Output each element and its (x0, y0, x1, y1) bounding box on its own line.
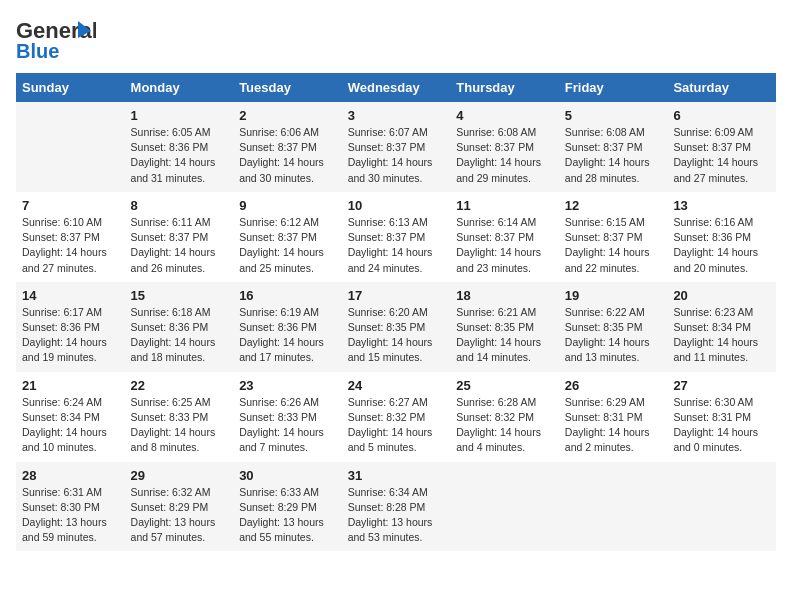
day-number: 25 (456, 378, 553, 393)
day-cell: 18Sunrise: 6:21 AM Sunset: 8:35 PM Dayli… (450, 282, 559, 372)
day-info: Sunrise: 6:07 AM Sunset: 8:37 PM Dayligh… (348, 125, 445, 186)
day-info: Sunrise: 6:17 AM Sunset: 8:36 PM Dayligh… (22, 305, 119, 366)
day-info: Sunrise: 6:08 AM Sunset: 8:37 PM Dayligh… (456, 125, 553, 186)
day-info: Sunrise: 6:12 AM Sunset: 8:37 PM Dayligh… (239, 215, 336, 276)
day-number: 2 (239, 108, 336, 123)
header: GeneralBlue (16, 16, 776, 61)
day-cell (450, 462, 559, 552)
day-cell: 21Sunrise: 6:24 AM Sunset: 8:34 PM Dayli… (16, 372, 125, 462)
header-saturday: Saturday (667, 73, 776, 102)
calendar-table: SundayMondayTuesdayWednesdayThursdayFrid… (16, 73, 776, 551)
day-number: 26 (565, 378, 662, 393)
day-info: Sunrise: 6:14 AM Sunset: 8:37 PM Dayligh… (456, 215, 553, 276)
day-info: Sunrise: 6:05 AM Sunset: 8:36 PM Dayligh… (131, 125, 228, 186)
day-info: Sunrise: 6:22 AM Sunset: 8:35 PM Dayligh… (565, 305, 662, 366)
day-cell: 2Sunrise: 6:06 AM Sunset: 8:37 PM Daylig… (233, 102, 342, 192)
day-number: 3 (348, 108, 445, 123)
header-thursday: Thursday (450, 73, 559, 102)
day-cell: 30Sunrise: 6:33 AM Sunset: 8:29 PM Dayli… (233, 462, 342, 552)
day-number: 7 (22, 198, 119, 213)
day-info: Sunrise: 6:19 AM Sunset: 8:36 PM Dayligh… (239, 305, 336, 366)
day-number: 11 (456, 198, 553, 213)
header-row: SundayMondayTuesdayWednesdayThursdayFrid… (16, 73, 776, 102)
day-cell: 20Sunrise: 6:23 AM Sunset: 8:34 PM Dayli… (667, 282, 776, 372)
week-row-2: 7Sunrise: 6:10 AM Sunset: 8:37 PM Daylig… (16, 192, 776, 282)
day-cell: 23Sunrise: 6:26 AM Sunset: 8:33 PM Dayli… (233, 372, 342, 462)
day-number: 20 (673, 288, 770, 303)
day-cell: 7Sunrise: 6:10 AM Sunset: 8:37 PM Daylig… (16, 192, 125, 282)
day-info: Sunrise: 6:15 AM Sunset: 8:37 PM Dayligh… (565, 215, 662, 276)
day-info: Sunrise: 6:10 AM Sunset: 8:37 PM Dayligh… (22, 215, 119, 276)
day-info: Sunrise: 6:16 AM Sunset: 8:36 PM Dayligh… (673, 215, 770, 276)
day-cell (667, 462, 776, 552)
header-tuesday: Tuesday (233, 73, 342, 102)
day-cell: 11Sunrise: 6:14 AM Sunset: 8:37 PM Dayli… (450, 192, 559, 282)
day-info: Sunrise: 6:21 AM Sunset: 8:35 PM Dayligh… (456, 305, 553, 366)
day-number: 8 (131, 198, 228, 213)
day-cell: 31Sunrise: 6:34 AM Sunset: 8:28 PM Dayli… (342, 462, 451, 552)
day-number: 13 (673, 198, 770, 213)
day-cell (16, 102, 125, 192)
day-cell: 29Sunrise: 6:32 AM Sunset: 8:29 PM Dayli… (125, 462, 234, 552)
week-row-3: 14Sunrise: 6:17 AM Sunset: 8:36 PM Dayli… (16, 282, 776, 372)
day-number: 12 (565, 198, 662, 213)
day-info: Sunrise: 6:30 AM Sunset: 8:31 PM Dayligh… (673, 395, 770, 456)
day-cell: 24Sunrise: 6:27 AM Sunset: 8:32 PM Dayli… (342, 372, 451, 462)
day-cell: 5Sunrise: 6:08 AM Sunset: 8:37 PM Daylig… (559, 102, 668, 192)
day-info: Sunrise: 6:33 AM Sunset: 8:29 PM Dayligh… (239, 485, 336, 546)
day-number: 31 (348, 468, 445, 483)
day-number: 6 (673, 108, 770, 123)
week-row-5: 28Sunrise: 6:31 AM Sunset: 8:30 PM Dayli… (16, 462, 776, 552)
day-info: Sunrise: 6:20 AM Sunset: 8:35 PM Dayligh… (348, 305, 445, 366)
day-cell: 13Sunrise: 6:16 AM Sunset: 8:36 PM Dayli… (667, 192, 776, 282)
day-cell: 12Sunrise: 6:15 AM Sunset: 8:37 PM Dayli… (559, 192, 668, 282)
header-sunday: Sunday (16, 73, 125, 102)
day-number: 27 (673, 378, 770, 393)
day-cell: 19Sunrise: 6:22 AM Sunset: 8:35 PM Dayli… (559, 282, 668, 372)
day-info: Sunrise: 6:28 AM Sunset: 8:32 PM Dayligh… (456, 395, 553, 456)
day-cell: 14Sunrise: 6:17 AM Sunset: 8:36 PM Dayli… (16, 282, 125, 372)
week-row-4: 21Sunrise: 6:24 AM Sunset: 8:34 PM Dayli… (16, 372, 776, 462)
day-info: Sunrise: 6:11 AM Sunset: 8:37 PM Dayligh… (131, 215, 228, 276)
day-cell: 28Sunrise: 6:31 AM Sunset: 8:30 PM Dayli… (16, 462, 125, 552)
day-number: 19 (565, 288, 662, 303)
day-info: Sunrise: 6:23 AM Sunset: 8:34 PM Dayligh… (673, 305, 770, 366)
day-info: Sunrise: 6:09 AM Sunset: 8:37 PM Dayligh… (673, 125, 770, 186)
day-number: 21 (22, 378, 119, 393)
day-cell (559, 462, 668, 552)
day-number: 22 (131, 378, 228, 393)
day-info: Sunrise: 6:31 AM Sunset: 8:30 PM Dayligh… (22, 485, 119, 546)
day-cell: 26Sunrise: 6:29 AM Sunset: 8:31 PM Dayli… (559, 372, 668, 462)
day-number: 15 (131, 288, 228, 303)
day-cell: 22Sunrise: 6:25 AM Sunset: 8:33 PM Dayli… (125, 372, 234, 462)
day-cell: 27Sunrise: 6:30 AM Sunset: 8:31 PM Dayli… (667, 372, 776, 462)
header-wednesday: Wednesday (342, 73, 451, 102)
day-cell: 15Sunrise: 6:18 AM Sunset: 8:36 PM Dayli… (125, 282, 234, 372)
day-info: Sunrise: 6:18 AM Sunset: 8:36 PM Dayligh… (131, 305, 228, 366)
day-info: Sunrise: 6:34 AM Sunset: 8:28 PM Dayligh… (348, 485, 445, 546)
day-cell: 3Sunrise: 6:07 AM Sunset: 8:37 PM Daylig… (342, 102, 451, 192)
day-info: Sunrise: 6:26 AM Sunset: 8:33 PM Dayligh… (239, 395, 336, 456)
day-number: 29 (131, 468, 228, 483)
day-number: 18 (456, 288, 553, 303)
day-number: 9 (239, 198, 336, 213)
day-number: 23 (239, 378, 336, 393)
day-cell: 1Sunrise: 6:05 AM Sunset: 8:36 PM Daylig… (125, 102, 234, 192)
day-info: Sunrise: 6:06 AM Sunset: 8:37 PM Dayligh… (239, 125, 336, 186)
header-friday: Friday (559, 73, 668, 102)
day-number: 16 (239, 288, 336, 303)
logo: GeneralBlue (16, 16, 96, 61)
day-number: 4 (456, 108, 553, 123)
day-number: 28 (22, 468, 119, 483)
day-cell: 10Sunrise: 6:13 AM Sunset: 8:37 PM Dayli… (342, 192, 451, 282)
day-cell: 6Sunrise: 6:09 AM Sunset: 8:37 PM Daylig… (667, 102, 776, 192)
week-row-1: 1Sunrise: 6:05 AM Sunset: 8:36 PM Daylig… (16, 102, 776, 192)
day-number: 14 (22, 288, 119, 303)
svg-text:Blue: Blue (16, 40, 59, 61)
day-number: 17 (348, 288, 445, 303)
logo-svg: GeneralBlue (16, 16, 96, 61)
day-cell: 4Sunrise: 6:08 AM Sunset: 8:37 PM Daylig… (450, 102, 559, 192)
header-monday: Monday (125, 73, 234, 102)
day-cell: 8Sunrise: 6:11 AM Sunset: 8:37 PM Daylig… (125, 192, 234, 282)
day-info: Sunrise: 6:32 AM Sunset: 8:29 PM Dayligh… (131, 485, 228, 546)
